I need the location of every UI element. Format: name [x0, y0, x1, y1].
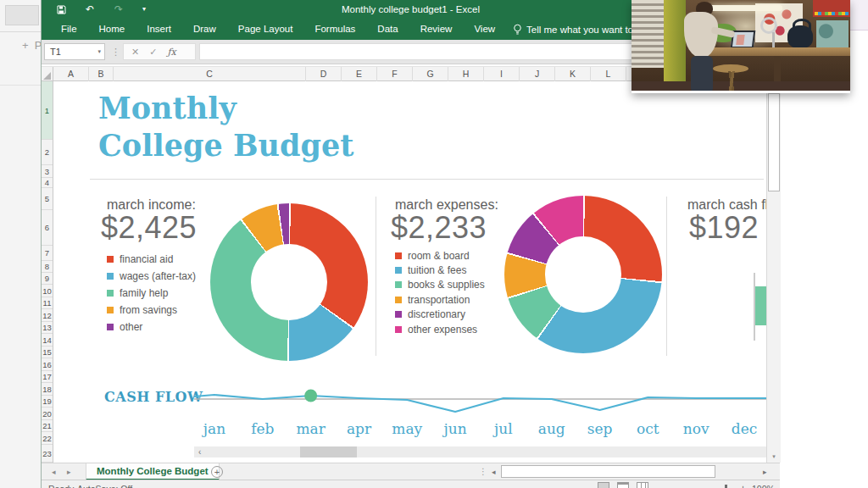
ribbon-tab[interactable]: Draw — [182, 19, 227, 40]
confirm-entry-icon[interactable]: ✓ — [149, 47, 157, 58]
cancel-entry-icon[interactable]: ✕ — [131, 47, 139, 58]
ribbon-tab[interactable]: Page Layout — [227, 19, 304, 40]
zoom-level[interactable]: 100% — [752, 484, 775, 488]
ribbon-tab[interactable]: Data — [366, 19, 409, 40]
horizontal-scrollbar[interactable] — [501, 465, 760, 478]
row-header[interactable]: 17 — [42, 371, 53, 383]
income-donut-chart[interactable] — [210, 203, 368, 361]
tell-me-box[interactable]: Tell me what you want to do — [513, 24, 647, 36]
ribbon-tab[interactable]: Home — [88, 19, 136, 40]
column-header[interactable]: G — [413, 67, 448, 81]
legend-swatch — [107, 324, 114, 330]
horizontal-scroll-thumb[interactable] — [501, 465, 715, 478]
legend-label: tuition & fees — [408, 264, 466, 276]
column-header[interactable]: J — [520, 67, 555, 81]
cashflow-sparkline[interactable] — [194, 381, 766, 419]
row-header[interactable]: 7 — [42, 246, 53, 261]
status-autosave[interactable]: AutoSave: Off — [77, 484, 132, 488]
column-header[interactable]: I — [484, 67, 520, 81]
legend-label: other expenses — [408, 324, 477, 336]
row-header[interactable]: 23 — [42, 445, 53, 463]
row-header[interactable]: 16 — [42, 358, 53, 371]
row-header[interactable]: 12 — [42, 309, 53, 322]
row-header[interactable]: 21 — [42, 420, 53, 432]
sheet-title-line2: College Budget — [98, 127, 353, 164]
row-header[interactable]: 9 — [42, 273, 53, 285]
hscroll-right-icon[interactable]: ▸ — [763, 463, 767, 480]
row-header[interactable]: 20 — [42, 408, 53, 420]
scrollbar-resize-icon[interactable]: ⋮ — [479, 463, 487, 480]
column-header[interactable]: K — [555, 67, 591, 81]
page-layout-view-icon[interactable] — [617, 482, 629, 488]
row-header[interactable]: 18 — [42, 383, 53, 396]
page-break-view-icon[interactable] — [637, 482, 648, 488]
name-box[interactable]: T1 ▾ — [44, 43, 105, 60]
insert-function-icon[interactable]: ƒx — [167, 47, 175, 58]
zoom-out-icon[interactable]: − — [665, 483, 671, 488]
sheet-nav-left-icon[interactable]: ◂ — [52, 463, 56, 480]
scroll-down-icon[interactable]: ▾ — [767, 453, 781, 460]
chart-scroll-thumb[interactable] — [300, 446, 357, 458]
vertical-scrollbar[interactable]: ▴ ▾ — [766, 81, 781, 463]
ribbon-tab[interactable]: View — [463, 19, 506, 40]
vertical-scroll-thumb[interactable] — [768, 93, 780, 191]
zoom-in-icon[interactable]: + — [740, 483, 746, 488]
ribbon-tab[interactable]: Review — [409, 19, 464, 40]
video-wall-map — [816, 20, 849, 47]
column-header[interactable]: A — [53, 67, 89, 81]
select-all-corner[interactable] — [42, 67, 53, 81]
chart-scroll-left-icon[interactable]: ‹ — [198, 446, 201, 458]
hscroll-left-icon[interactable]: ◂ — [492, 463, 496, 480]
divider — [376, 197, 376, 356]
row-header[interactable]: 22 — [42, 432, 53, 445]
sheet-title: Monthly College Budget — [98, 90, 353, 164]
row-header[interactable]: 6 — [42, 210, 53, 246]
legend-item: other expenses — [395, 322, 485, 336]
column-header[interactable]: D — [306, 67, 342, 81]
new-sheet-button[interactable]: + — [211, 466, 223, 478]
name-box-dropdown-icon[interactable]: ▾ — [97, 44, 101, 59]
legend-swatch — [107, 273, 114, 280]
row-header[interactable]: 14 — [42, 334, 53, 347]
column-header[interactable]: B — [89, 67, 114, 81]
legend-label: wages (after-tax) — [120, 270, 196, 282]
row-header[interactable]: 4 — [42, 178, 53, 188]
row-header[interactable]: 8 — [42, 261, 53, 273]
zoom-slider-handle[interactable] — [725, 485, 727, 488]
row-header[interactable]: 11 — [42, 297, 53, 309]
video-person-legs — [691, 56, 713, 93]
legend-swatch — [395, 281, 402, 288]
background-toolbar-button[interactable] — [5, 5, 39, 25]
video-curtain — [664, 0, 686, 93]
column-header[interactable]: H — [448, 67, 484, 81]
chart-scrollbar[interactable]: ‹ — [194, 446, 766, 458]
month-label: dec — [721, 420, 766, 437]
expenses-donut-chart[interactable] — [504, 196, 662, 353]
row-header[interactable]: 2 — [42, 140, 53, 165]
column-header[interactable]: E — [342, 67, 377, 81]
column-header[interactable]: F — [377, 67, 413, 81]
row-header[interactable]: 15 — [42, 347, 53, 358]
cashflow-bar[interactable] — [755, 286, 766, 325]
row-header[interactable]: 13 — [42, 322, 53, 334]
normal-view-icon[interactable] — [598, 482, 609, 488]
expenses-amount: $2,233 — [391, 210, 487, 246]
row-header[interactable]: 19 — [42, 396, 53, 408]
column-header[interactable]: L — [591, 67, 626, 81]
plus-icon: + — [22, 39, 29, 52]
row-header[interactable]: 1 — [42, 81, 53, 140]
video-overlay[interactable] — [632, 0, 850, 93]
ribbon-tab[interactable]: Formulas — [303, 19, 366, 40]
column-header[interactable]: C — [114, 67, 306, 81]
sheet-nav-right-icon[interactable]: ▸ — [67, 463, 71, 480]
sheet-tab-active[interactable]: Monthly College Budget — [86, 463, 220, 480]
income-legend: financial aid wages (after-tax) family h… — [107, 251, 196, 336]
ribbon-tab[interactable]: Insert — [136, 19, 182, 40]
legend-label: transportation — [408, 294, 470, 306]
row-header[interactable]: 10 — [42, 285, 53, 297]
row-header[interactable]: 5 — [42, 188, 53, 210]
legend-swatch — [395, 252, 402, 259]
ribbon-tab[interactable]: File — [50, 19, 88, 40]
formula-bar-divider-icon[interactable]: ⋮ — [111, 43, 120, 60]
row-header[interactable]: 3 — [42, 165, 53, 178]
